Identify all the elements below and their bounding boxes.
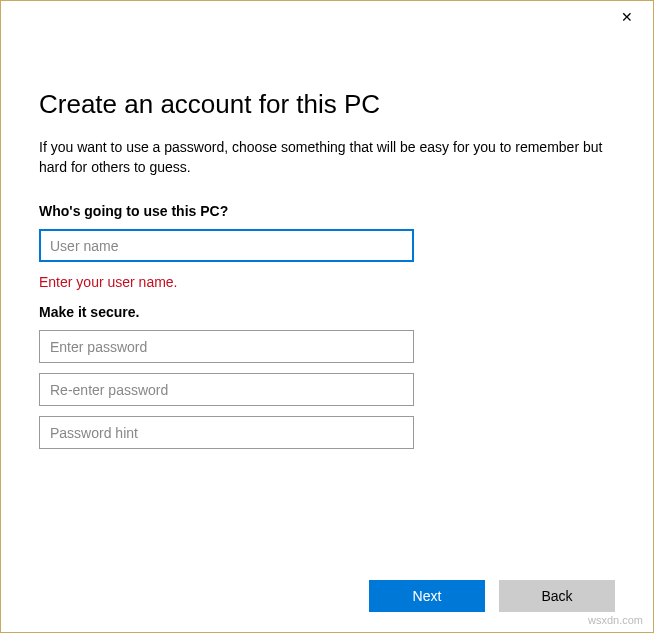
page-description: If you want to use a password, choose so… (39, 138, 615, 177)
confirm-password-input[interactable] (39, 373, 414, 406)
password-hint-input[interactable] (39, 416, 414, 449)
username-input[interactable] (39, 229, 414, 262)
close-icon: ✕ (621, 9, 633, 25)
back-button[interactable]: Back (499, 580, 615, 612)
button-bar: Next Back (369, 580, 615, 612)
password-input[interactable] (39, 330, 414, 363)
close-button[interactable]: ✕ (615, 5, 639, 29)
page-title: Create an account for this PC (39, 89, 615, 120)
titlebar: ✕ (1, 1, 653, 33)
content-area: Create an account for this PC If you wan… (1, 33, 653, 449)
watermark-text: wsxdn.com (588, 614, 643, 626)
username-section-label: Who's going to use this PC? (39, 203, 615, 219)
username-error-text: Enter your user name. (39, 274, 615, 290)
password-fields (39, 330, 615, 449)
next-button[interactable]: Next (369, 580, 485, 612)
password-section-label: Make it secure. (39, 304, 615, 320)
